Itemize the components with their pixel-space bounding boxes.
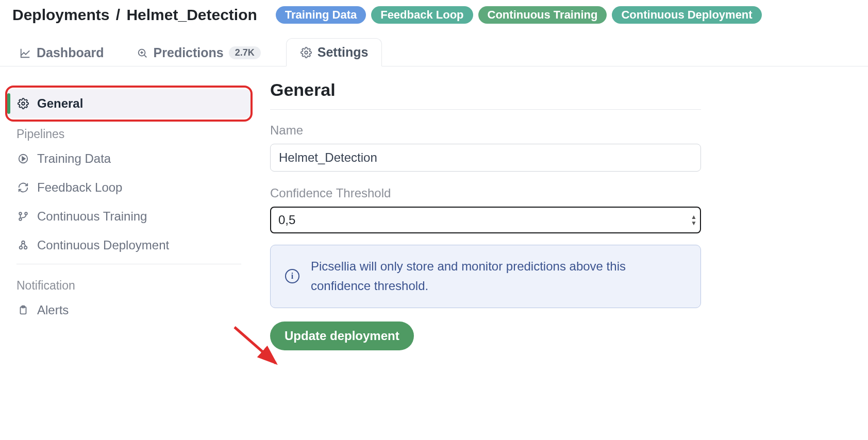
header-badges: Training Data Feedback Loop Continuous T… [276, 6, 762, 24]
step-up-icon[interactable]: ▲ [691, 214, 697, 219]
tab-predictions-label: Predictions [154, 45, 224, 60]
number-stepper[interactable]: ▲ ▼ [691, 214, 697, 226]
breadcrumb-separator: / [116, 6, 120, 23]
svg-point-8 [19, 212, 22, 215]
search-plus-icon [136, 47, 148, 59]
tab-dashboard-label: Dashboard [37, 45, 104, 60]
sidebar-item-label: Training Data [37, 151, 111, 166]
predictions-count-badge: 2.7K [229, 46, 261, 59]
sidebar-item-training-data[interactable]: Training Data [7, 144, 251, 173]
sidebar-item-label: Alerts [37, 303, 69, 317]
gear-icon [16, 97, 30, 110]
sidebar-item-label: Continuous Training [37, 209, 147, 224]
confidence-threshold-input[interactable] [270, 207, 701, 233]
svg-point-9 [19, 218, 22, 221]
tab-settings[interactable]: Settings [286, 38, 382, 66]
header: Deployments / Helmet_Detection Training … [0, 0, 868, 29]
tab-dashboard[interactable]: Dashboard [12, 40, 111, 66]
sidebar-item-continuous-deployment[interactable]: Continuous Deployment [7, 231, 251, 260]
badge-feedback-loop[interactable]: Feedback Loop [371, 6, 473, 24]
webhook-icon [16, 239, 30, 252]
svg-point-11 [20, 246, 23, 249]
sidebar-item-continuous-training[interactable]: Continuous Training [7, 202, 251, 231]
breadcrumb: Deployments / Helmet_Detection [12, 6, 257, 24]
sidebar-section-pipelines: Pipelines [7, 118, 251, 144]
badge-continuous-deployment[interactable]: Continuous Deployment [612, 6, 761, 24]
svg-point-5 [22, 102, 25, 105]
settings-sidebar: General Pipelines Training Data Feedback… [0, 77, 258, 371]
sidebar-divider [16, 264, 241, 264]
threshold-field-label: Confidence Threshold [270, 186, 701, 200]
clipboard-icon [16, 303, 30, 317]
sidebar-item-label: Feedback Loop [37, 180, 122, 195]
tabs: Dashboard Predictions 2.7K Settings [0, 29, 868, 66]
info-icon: i [285, 269, 299, 283]
sidebar-item-label: General [37, 96, 83, 111]
breadcrumb-root[interactable]: Deployments [12, 6, 109, 23]
sidebar-item-general[interactable]: General [7, 89, 251, 118]
step-down-icon[interactable]: ▼ [691, 221, 697, 226]
svg-point-12 [24, 246, 27, 249]
tab-settings-label: Settings [318, 45, 369, 60]
sidebar-item-alerts[interactable]: Alerts [7, 296, 251, 325]
threshold-info-box: i Picsellia will only store and monitor … [270, 245, 701, 308]
threshold-info-text: Picsellia will only store and monitor pr… [311, 257, 686, 296]
badge-training-data[interactable]: Training Data [276, 6, 366, 24]
badge-continuous-training[interactable]: Continuous Training [478, 6, 607, 24]
tab-predictions[interactable]: Predictions 2.7K [129, 40, 268, 66]
git-branch-icon [16, 210, 30, 223]
refresh-icon [16, 181, 30, 194]
play-circle-icon [16, 152, 30, 165]
svg-point-4 [305, 51, 308, 54]
sidebar-item-feedback-loop[interactable]: Feedback Loop [7, 173, 251, 202]
chart-line-icon [19, 47, 31, 59]
gear-icon [300, 46, 312, 59]
settings-panel: General Name Confidence Threshold ▲ ▼ i … [258, 77, 722, 371]
sidebar-section-notification: Notification [7, 269, 251, 296]
breadcrumb-current: Helmet_Detection [126, 6, 257, 23]
update-deployment-button[interactable]: Update deployment [270, 321, 414, 350]
svg-point-10 [25, 212, 27, 215]
panel-title: General [270, 80, 701, 110]
name-input[interactable] [270, 144, 701, 172]
svg-marker-7 [22, 157, 25, 160]
sidebar-item-label: Continuous Deployment [37, 238, 169, 252]
svg-line-1 [144, 55, 146, 57]
name-field-label: Name [270, 123, 701, 138]
